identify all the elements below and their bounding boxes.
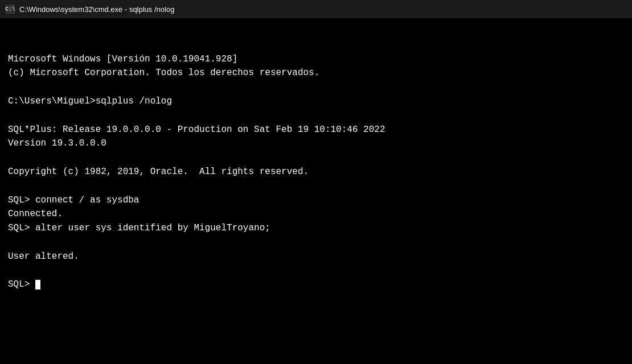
terminal-line	[8, 235, 624, 250]
terminal-line: Connected.	[8, 207, 624, 221]
terminal-line: SQL> connect / as sysdba	[8, 193, 624, 208]
terminal-line: C:\Users\Miguel>sqlplus /nolog	[8, 94, 624, 109]
terminal-line	[8, 80, 624, 94]
cmd-icon: C:\	[6, 5, 15, 14]
terminal-body[interactable]: Microsoft Windows [Versión 10.0.19041.92…	[0, 18, 632, 364]
terminal-line: Microsoft Windows [Versión 10.0.19041.92…	[8, 52, 624, 67]
terminal-line: Copyright (c) 1982, 2019, Oracle. All ri…	[8, 165, 624, 179]
terminal-line: Version 19.3.0.0.0	[8, 136, 624, 151]
title-bar: C:\ C:\Windows\system32\cmd.exe - sqlplu…	[0, 0, 632, 18]
terminal-line	[8, 109, 624, 123]
terminal-line: (c) Microsoft Corporation. Todos los der…	[8, 66, 624, 80]
terminal-cursor	[35, 280, 40, 289]
terminal-line: SQL>	[8, 278, 624, 292]
terminal-line	[8, 179, 624, 193]
terminal-line: User altered.	[8, 250, 624, 264]
title-bar-text: C:\Windows\system32\cmd.exe - sqlplus /n…	[19, 5, 174, 14]
terminal-line	[8, 151, 624, 165]
cmd-window: C:\ C:\Windows\system32\cmd.exe - sqlplu…	[0, 0, 632, 364]
terminal-line	[8, 264, 624, 278]
terminal-line: SQL> alter user sys identified by Miguel…	[8, 221, 624, 235]
terminal-line: SQL*Plus: Release 19.0.0.0.0 - Productio…	[8, 123, 624, 137]
